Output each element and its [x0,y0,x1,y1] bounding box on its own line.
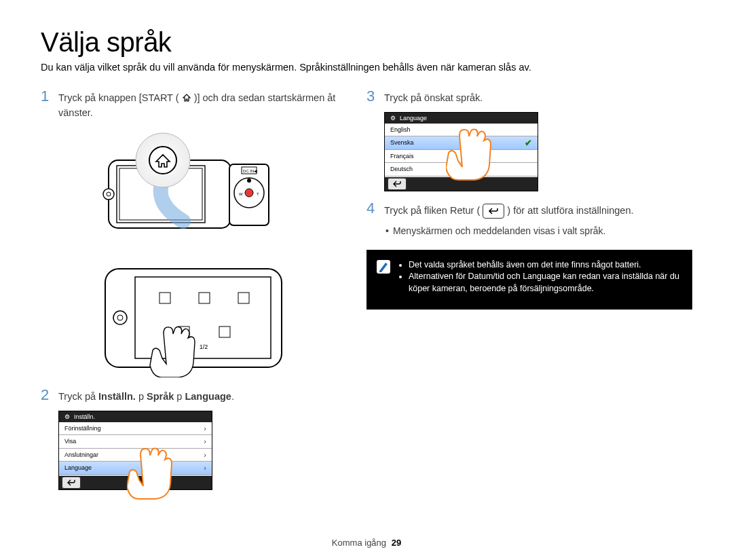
step-1-text: Tryck på knappen [START ( )] och dra sed… [58,89,339,119]
step-4: 4 Tryck på fliken Retur ( ) för att slut… [366,201,692,219]
language-menu-screenshot: ⚙ Language English Svenska✔ Français Deu… [384,112,538,191]
svg-text:T: T [257,192,259,196]
note-line-2: Alternativen för Datum/tid och Language … [409,271,683,295]
menu-row-preset: Förinställning› [59,422,212,436]
language-menu-title: Language [400,113,427,124]
note-box: Det valda språket behålls även om det in… [366,250,692,310]
svg-point-5 [245,189,253,197]
svg-point-11 [103,189,114,200]
step-3-number: 3 [366,89,379,105]
step-4-suffix: ) för att slutföra inställningen. [507,204,633,215]
return-icon [483,204,504,219]
gear-icon: ⚙ [390,113,396,124]
step-2-mid: p [136,391,147,402]
settings-menu-title: Inställn. [74,411,95,422]
page-title: Välja språk [41,27,692,58]
step-4-number: 4 [366,201,379,219]
camcorder-front-illustration: 1/2 [98,262,288,377]
step-4-prefix: Tryck på fliken Retur ( [384,204,480,215]
svg-point-6 [247,179,251,183]
step-2-path2: Språk [147,391,174,402]
step-2-end: . [231,391,234,402]
svg-point-15 [149,147,176,174]
step-2-text: Tryck på Inställn. p Språk p Language. [58,388,234,404]
note-icon [376,259,391,274]
note-text: Det valda språket behålls även om det in… [398,259,683,300]
step-3-text: Tryck på önskat språk. [384,89,483,105]
step-1-number: 1 [41,89,53,119]
chevron-right-icon: › [204,464,206,472]
step-2-path3: Language [185,391,231,402]
step-4-text: Tryck på fliken Retur ( ) för att slutfö… [384,201,634,219]
check-icon: ✔ [525,138,532,148]
return-tab [388,178,407,190]
svg-text:1/2: 1/2 [200,343,208,350]
settings-menu-screenshot: ⚙ Inställn. Förinställning› Visa› Anslut… [58,411,212,490]
camcorder-top-illustration: W T DC IN◀ [81,126,299,255]
step-2-prefix: Tryck på [58,391,98,402]
step-1-text-prefix: Tryck på knappen [START ( [58,92,179,103]
footer-page-number: 29 [392,538,401,548]
step-1: 1 Tryck på knappen [START ( )] och dra s… [41,89,339,119]
step-4-bullet: Menyskärmen och meddelanden visas i valt… [386,225,692,236]
step-3: 3 Tryck på önskat språk. [366,89,692,105]
chevron-right-icon: › [204,437,206,445]
page-subtitle: Du kan välja vilket språk du vill använd… [41,62,692,73]
step-2-path1: Inställn. [98,391,136,402]
chevron-right-icon: › [204,451,206,459]
note-line-1: Det valda språket behålls även om det in… [409,259,683,272]
svg-text:W: W [239,192,243,196]
step-2-mid2: p [174,391,185,402]
step-2: 2 Tryck på Inställn. p Språk p Language. [41,388,339,404]
footer-section: Komma igång [332,538,386,548]
step-2-number: 2 [41,388,53,404]
chevron-right-icon: › [204,424,206,432]
gear-icon: ⚙ [64,411,70,422]
return-tab [62,477,81,489]
home-icon [182,93,191,107]
page-footer: Komma igång 29 [0,538,733,548]
svg-text:DC IN◀: DC IN◀ [243,169,257,173]
